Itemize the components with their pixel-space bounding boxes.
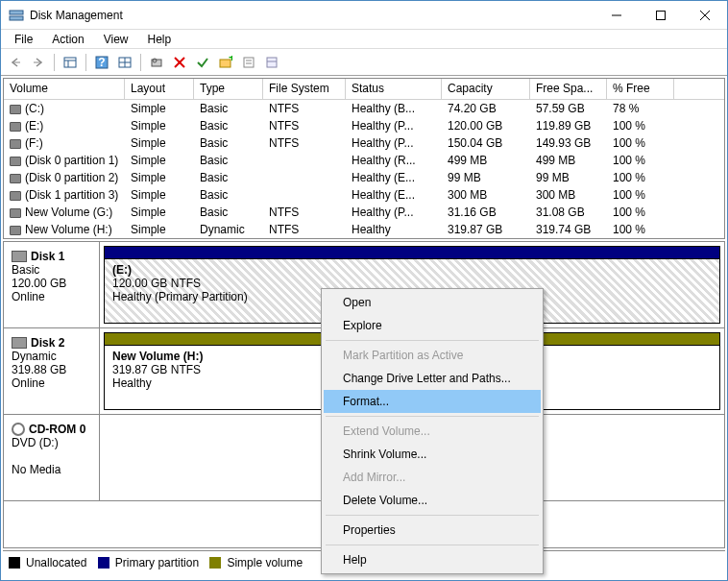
titlebar: Disk Management [1,1,727,30]
svg-rect-0 [10,11,23,14]
disk-icon [12,337,27,349]
volume-list: Volume Layout Type File System Status Ca… [3,78,725,239]
col-type[interactable]: Type [194,79,263,99]
ctx-format[interactable]: Format... [324,390,541,413]
ctx-open[interactable]: Open [324,291,541,314]
ctx-shrink[interactable]: Shrink Volume... [324,443,541,466]
menu-view[interactable]: View [94,31,138,48]
settings-button[interactable] [114,52,135,73]
volume-row[interactable]: (F:)SimpleBasicNTFSHealthy (P...150.04 G… [4,134,724,152]
volume-row[interactable]: (E:)SimpleBasicNTFSHealthy (P...120.00 G… [4,117,724,134]
menubar: File Action View Help [1,30,727,49]
new-folder-icon[interactable]: + [215,52,236,73]
menu-file[interactable]: File [5,31,42,48]
volume-icon [10,139,21,149]
menu-help[interactable]: Help [138,31,182,48]
volume-row[interactable]: (Disk 1 partition 3)SimpleBasicHealthy (… [4,186,724,204]
volume-row[interactable]: New Volume (G:)SimpleBasicNTFSHealthy (P… [4,204,724,221]
svg-rect-20 [244,58,254,67]
forward-button[interactable] [28,52,49,73]
ctx-mark-active: Mark Partition as Active [324,344,541,367]
volume-icon [10,208,21,218]
svg-rect-3 [657,11,666,19]
disk-label: CD-ROM 0 DVD (D:) No Media [4,415,100,500]
legend-swatch-simple [209,557,221,569]
svg-rect-23 [267,58,277,67]
volume-row[interactable]: (Disk 0 partition 1)SimpleBasicHealthy (… [4,152,724,169]
window-title: Disk Management [30,9,595,22]
col-freespace[interactable]: Free Spa... [530,79,607,99]
svg-text:+: + [229,56,232,64]
menu-action[interactable]: Action [42,31,93,48]
volume-icon [10,157,21,166]
svg-rect-6 [64,58,76,67]
volume-icon [10,122,21,132]
list-icon[interactable] [261,52,282,73]
svg-text:?: ? [98,56,105,69]
volume-row[interactable]: (Disk 0 partition 2)SimpleBasicHealthy (… [4,169,724,186]
ctx-add-mirror: Add Mirror... [324,466,541,489]
disk-label: Disk 2 Dynamic 319.88 GB Online [4,328,100,414]
volume-row[interactable]: (C:)SimpleBasicNTFSHealthy (B...74.20 GB… [4,100,724,117]
back-button[interactable] [5,52,26,73]
toolbar: ? + [1,49,727,76]
disk-label: Disk 1 Basic 120.00 GB Online [4,242,100,327]
ctx-properties[interactable]: Properties [324,519,541,542]
properties-icon[interactable] [238,52,259,73]
check-icon[interactable] [192,52,213,73]
help-button[interactable]: ? [91,52,112,73]
volume-icon [10,105,21,114]
col-status[interactable]: Status [346,79,442,99]
col-filesystem[interactable]: File System [263,79,346,99]
col-layout[interactable]: Layout [125,79,194,99]
volume-icon [10,191,21,201]
col-pctfree[interactable]: % Free [607,79,674,99]
partition-color-bar [104,246,720,259]
ctx-delete[interactable]: Delete Volume... [324,489,541,512]
volume-icon [10,174,21,183]
refresh-button[interactable] [146,52,167,73]
svg-rect-1 [10,16,23,20]
volume-icon [10,226,21,235]
volume-row[interactable]: New Volume (H:)SimpleDynamicNTFSHealthy3… [4,221,724,238]
ctx-explore[interactable]: Explore [324,314,541,337]
context-menu: Open Explore Mark Partition as Active Ch… [321,288,544,574]
disk-icon [12,251,27,262]
ctx-help[interactable]: Help [324,548,541,571]
ctx-change-letter[interactable]: Change Drive Letter and Paths... [324,367,541,390]
volume-list-body[interactable]: (C:)SimpleBasicNTFSHealthy (B...74.20 GB… [4,100,724,238]
legend-swatch-unallocated [9,557,20,569]
minimize-button[interactable] [595,1,639,30]
ctx-extend: Extend Volume... [324,420,541,443]
disk-management-icon [9,8,24,23]
show-hide-button[interactable] [60,52,81,73]
legend-swatch-primary [98,557,109,569]
close-button[interactable] [683,1,727,30]
maximize-button[interactable] [639,1,683,30]
volume-list-header: Volume Layout Type File System Status Ca… [4,79,724,100]
delete-icon[interactable] [169,52,190,73]
cdrom-icon [12,423,25,436]
col-capacity[interactable]: Capacity [442,79,530,99]
col-volume[interactable]: Volume [4,79,125,99]
